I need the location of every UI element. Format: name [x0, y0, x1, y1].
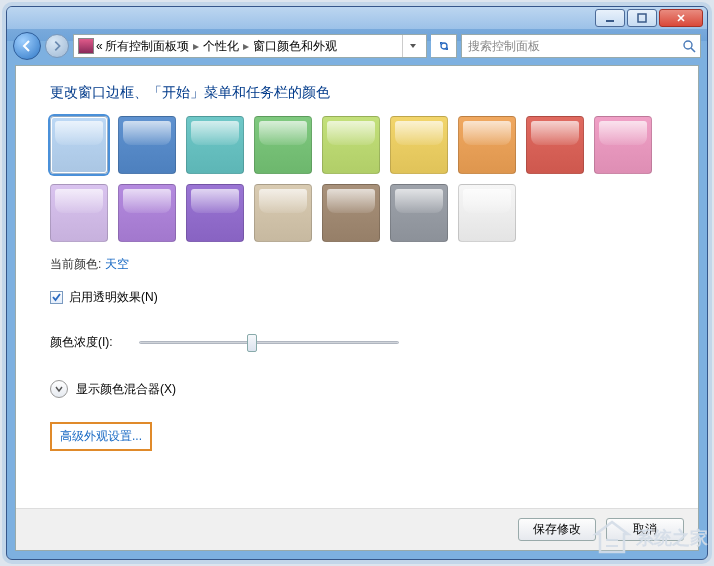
- color-swatch-yellow[interactable]: [390, 116, 448, 174]
- page-heading: 更改窗口边框、「开始」菜单和任务栏的颜色: [50, 84, 670, 102]
- save-button[interactable]: 保存修改: [518, 518, 596, 541]
- color-swatch-gray[interactable]: [390, 184, 448, 242]
- close-button[interactable]: [659, 9, 703, 27]
- slider-track: [139, 341, 399, 344]
- color-swatch-purple[interactable]: [118, 184, 176, 242]
- transparency-checkbox[interactable]: [50, 291, 63, 304]
- color-mixer-expander[interactable]: 显示颜色混合器(X): [50, 380, 670, 398]
- cancel-button[interactable]: 取消: [606, 518, 684, 541]
- search-placeholder: 搜索控制面板: [468, 38, 540, 55]
- current-color-row: 当前颜色: 天空: [50, 256, 670, 273]
- color-swatch-white[interactable]: [458, 184, 516, 242]
- address-dropdown[interactable]: [402, 35, 422, 57]
- current-color-value: 天空: [105, 257, 129, 271]
- nav-back-button[interactable]: [13, 32, 41, 60]
- titlebar: [7, 7, 707, 29]
- color-swatch-tan[interactable]: [254, 184, 312, 242]
- svg-line-3: [691, 48, 695, 52]
- breadcrumb-item[interactable]: 个性化: [203, 38, 239, 55]
- transparency-row: 启用透明效果(N): [50, 289, 670, 306]
- breadcrumb-separator: ▸: [243, 39, 249, 53]
- intensity-row: 颜色浓度(I):: [50, 332, 670, 352]
- content: 更改窗口边框、「开始」菜单和任务栏的颜色 当前颜色: 天空 启用透明效果(N) …: [16, 66, 698, 508]
- current-color-label: 当前颜色:: [50, 257, 101, 271]
- color-swatch-teal[interactable]: [186, 116, 244, 174]
- window-frame: « 所有控制面板项 ▸ 个性化 ▸ 窗口颜色和外观 搜索控制面板 更改窗口边框、…: [6, 6, 708, 560]
- maximize-button[interactable]: [627, 9, 657, 27]
- color-swatch-lime[interactable]: [322, 116, 380, 174]
- breadcrumb-item[interactable]: 所有控制面板项: [105, 38, 189, 55]
- color-swatch-sky[interactable]: [50, 116, 108, 174]
- svg-rect-1: [638, 14, 646, 22]
- svg-rect-0: [606, 20, 614, 22]
- advanced-link-highlight: 高级外观设置...: [50, 422, 152, 451]
- window-controls: [595, 9, 703, 27]
- breadcrumb-separator: ▸: [193, 39, 199, 53]
- chevron-down-icon: [50, 380, 68, 398]
- refresh-button[interactable]: [431, 34, 457, 58]
- slider-thumb[interactable]: [247, 334, 257, 352]
- transparency-label: 启用透明效果(N): [69, 289, 158, 306]
- address-bar[interactable]: « 所有控制面板项 ▸ 个性化 ▸ 窗口颜色和外观: [73, 34, 427, 58]
- color-swatch-blue[interactable]: [118, 116, 176, 174]
- search-icon: [682, 39, 696, 56]
- color-swatch-taupe[interactable]: [322, 184, 380, 242]
- breadcrumb-item[interactable]: 窗口颜色和外观: [253, 38, 337, 55]
- color-swatch-green[interactable]: [254, 116, 312, 174]
- color-swatch-orange[interactable]: [458, 116, 516, 174]
- advanced-appearance-link[interactable]: 高级外观设置...: [60, 429, 142, 443]
- svg-point-2: [684, 41, 692, 49]
- intensity-label: 颜色浓度(I):: [50, 334, 113, 351]
- breadcrumb-prefix: «: [96, 39, 103, 53]
- control-panel-icon: [78, 38, 94, 54]
- search-input[interactable]: 搜索控制面板: [461, 34, 701, 58]
- content-pane: 更改窗口边框、「开始」菜单和任务栏的颜色 当前颜色: 天空 启用透明效果(N) …: [15, 65, 699, 551]
- intensity-slider[interactable]: [139, 332, 399, 352]
- mixer-label: 显示颜色混合器(X): [76, 381, 176, 398]
- color-swatch-red[interactable]: [526, 116, 584, 174]
- minimize-button[interactable]: [595, 9, 625, 27]
- navbar: « 所有控制面板项 ▸ 个性化 ▸ 窗口颜色和外观 搜索控制面板: [7, 29, 707, 63]
- color-swatch-lavender[interactable]: [50, 184, 108, 242]
- color-swatch-pink[interactable]: [594, 116, 652, 174]
- nav-forward-button[interactable]: [45, 34, 69, 58]
- color-swatch-grid: [50, 116, 670, 242]
- color-swatch-violet[interactable]: [186, 184, 244, 242]
- footer: 保存修改 取消: [16, 508, 698, 550]
